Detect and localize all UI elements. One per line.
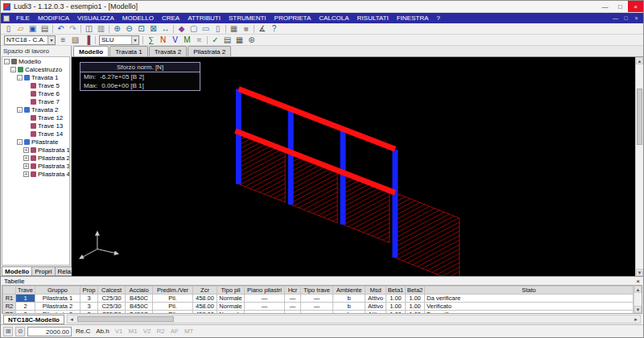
column-header-prop[interactable]: Prop bbox=[80, 286, 98, 295]
panel-close-icon[interactable]: × bbox=[636, 278, 640, 285]
deformed-shape-icon[interactable]: ≈ bbox=[193, 35, 205, 45]
table-cell[interactable]: Pil. bbox=[153, 311, 193, 315]
table-scroll-up-icon[interactable]: ▲ bbox=[634, 286, 642, 293]
column-header-stato[interactable]: Stato bbox=[425, 286, 634, 295]
table-cell[interactable]: 1.00 bbox=[386, 311, 406, 315]
save-file-icon[interactable]: ▣ bbox=[27, 23, 39, 34]
options-icon[interactable]: ⊛ bbox=[246, 35, 258, 45]
menu-item-file[interactable]: FILE bbox=[12, 13, 34, 23]
menu-item-visualizza[interactable]: VISUALIZZA bbox=[73, 13, 118, 23]
column-header-hcr[interactable]: Hcr bbox=[285, 286, 301, 295]
tree-item-modello[interactable]: -Modello bbox=[2, 57, 69, 65]
materials-icon[interactable]: ▨ bbox=[69, 35, 81, 45]
table-cell[interactable]: 1 bbox=[16, 295, 35, 303]
table-cell[interactable]: 1.00 bbox=[406, 295, 425, 303]
table-cell[interactable]: b bbox=[333, 311, 365, 315]
column-header-ambiente[interactable]: Ambiente bbox=[333, 286, 365, 295]
table-cell[interactable]: Da verificare bbox=[425, 311, 634, 315]
column-header-tipo-trave[interactable]: Tipo trave bbox=[301, 286, 333, 295]
chevron-down-icon[interactable]: ▾ bbox=[131, 36, 138, 44]
row-header[interactable]: R3 bbox=[3, 311, 16, 315]
menu-item-risultati[interactable]: RISULTATI bbox=[353, 13, 393, 23]
tree-item-trave-13[interactable]: Trave 13 bbox=[2, 122, 69, 130]
child-close-button[interactable]: × bbox=[631, 15, 642, 21]
table-cell[interactable]: — bbox=[285, 303, 301, 311]
table-cell[interactable]: Attivo bbox=[365, 295, 386, 303]
tree-item-trave-7[interactable]: Trave 7 bbox=[2, 97, 69, 105]
report-icon[interactable]: ▤ bbox=[221, 35, 233, 45]
child-restore-button[interactable]: □ bbox=[621, 15, 631, 21]
tab-modello[interactable]: Modello bbox=[73, 46, 109, 56]
tree-expander-icon[interactable]: + bbox=[23, 163, 29, 169]
tree-item-pilastrata-1[interactable]: +Pilastrata 1 bbox=[2, 146, 69, 154]
sections-icon[interactable]: ▐ bbox=[81, 35, 93, 45]
results-shear-icon[interactable]: V bbox=[169, 35, 181, 45]
tree-expander-icon[interactable]: - bbox=[4, 59, 10, 64]
paste-icon[interactable]: ▥ bbox=[95, 23, 107, 34]
column-header-piano-pilastri[interactable]: Piano pilastri bbox=[245, 286, 285, 295]
table-cell[interactable]: 1.00 bbox=[386, 303, 406, 311]
menu-item-strumenti[interactable]: STRUMENTI bbox=[225, 13, 270, 23]
status-toggle-v1[interactable]: V1 bbox=[114, 328, 125, 335]
column-header-beta2[interactable]: Beta2 bbox=[406, 286, 425, 295]
view-iso-icon[interactable]: ◆ bbox=[175, 23, 188, 34]
viewport-scroll-track[interactable] bbox=[636, 64, 643, 269]
wireframe-icon[interactable]: ▦ bbox=[228, 23, 240, 34]
menu-item-finestra[interactable]: FINESTRA bbox=[393, 13, 433, 23]
table-cell[interactable]: Pil. bbox=[153, 295, 193, 303]
tree-expander-icon[interactable]: - bbox=[17, 107, 23, 113]
zoom-extents-icon[interactable]: ⊠ bbox=[147, 23, 159, 34]
tree-expander-icon[interactable]: - bbox=[17, 75, 23, 80]
table-cell[interactable]: — bbox=[301, 303, 333, 311]
table-cell[interactable]: — bbox=[245, 311, 285, 315]
menu-item-item[interactable]: ? bbox=[432, 13, 444, 23]
table-cell[interactable]: Attivo bbox=[365, 303, 386, 311]
table-cell[interactable]: 3 bbox=[80, 311, 98, 315]
viewport-scrollbar[interactable]: ▲ ▼ bbox=[635, 57, 643, 276]
table-cell[interactable]: — bbox=[301, 295, 333, 303]
scroll-left-icon[interactable]: ◄ bbox=[68, 317, 76, 322]
undo-icon[interactable]: ↶ bbox=[55, 23, 67, 34]
menu-item-attributi[interactable]: ATTRIBUTI bbox=[184, 13, 225, 23]
column-header-gruppo[interactable]: Gruppo bbox=[35, 286, 80, 295]
status-toggle-ab-h[interactable]: Ab.h bbox=[94, 328, 110, 335]
status-toggle-re-c[interactable]: Re.C bbox=[74, 328, 92, 335]
tree-item-trave-14[interactable]: Trave 14 bbox=[2, 130, 69, 138]
menu-item-modello[interactable]: MODELLO bbox=[118, 13, 158, 23]
menu-item-proprieta[interactable]: PROPRIETA bbox=[270, 13, 316, 23]
table-cell[interactable]: — bbox=[285, 295, 301, 303]
tree-item-calcestruzzo[interactable]: -Calcestruzzo bbox=[2, 65, 69, 73]
scroll-down-icon[interactable]: ▼ bbox=[636, 269, 643, 276]
zoom-in-icon[interactable]: ⊕ bbox=[111, 23, 123, 34]
tree-item-trave-12[interactable]: Trave 12 bbox=[2, 113, 69, 122]
table-cell[interactable]: B450C bbox=[126, 311, 153, 315]
table-cell[interactable]: — bbox=[285, 311, 301, 315]
menu-item-crea[interactable]: CREA bbox=[158, 13, 184, 23]
menu-item-modifica[interactable]: MODIFICA bbox=[34, 13, 73, 23]
status-toggle-mt[interactable]: MT bbox=[183, 328, 196, 335]
table-cell[interactable]: 458.00 bbox=[193, 311, 217, 315]
maximize-button[interactable]: □ bbox=[613, 1, 628, 12]
run-analysis-icon[interactable]: ∑ bbox=[145, 35, 157, 45]
column-header-acciaio[interactable]: Acciaio bbox=[126, 286, 153, 295]
tree-expander-icon[interactable]: + bbox=[23, 155, 29, 161]
close-button[interactable]: × bbox=[628, 1, 643, 12]
row-header[interactable]: R1 bbox=[3, 295, 16, 303]
info-icon[interactable]: ? bbox=[268, 23, 280, 34]
status-toggle-m1[interactable]: M1 bbox=[127, 328, 139, 335]
pan-icon[interactable]: ↔ bbox=[159, 23, 171, 34]
combination-combo[interactable]: SLU▾ bbox=[99, 35, 139, 45]
column-header-beta1[interactable]: Beta1 bbox=[386, 286, 406, 295]
table-cell[interactable]: — bbox=[301, 311, 333, 315]
tree-item-travata-1[interactable]: -Travata 1 bbox=[2, 73, 69, 81]
minimize-button[interactable]: — bbox=[597, 1, 613, 12]
table-cell[interactable]: Pilastrata 1 bbox=[35, 295, 80, 303]
zoom-window-icon[interactable]: ⊡ bbox=[135, 23, 147, 34]
tab-pilastrata-2[interactable]: Pilastrata 2 bbox=[188, 46, 231, 56]
viewport-3d[interactable]: Sforzo norm. [N] Min: -6.27e+05 [B 2] Ma… bbox=[72, 57, 635, 276]
tree-expander-icon[interactable]: - bbox=[10, 67, 16, 72]
code-settings-icon[interactable]: ≡ bbox=[57, 35, 69, 45]
table-cell[interactable]: Normale bbox=[217, 303, 245, 311]
scroll-up-icon[interactable]: ▲ bbox=[636, 57, 643, 64]
table-cell[interactable]: 1.00 bbox=[406, 311, 425, 315]
